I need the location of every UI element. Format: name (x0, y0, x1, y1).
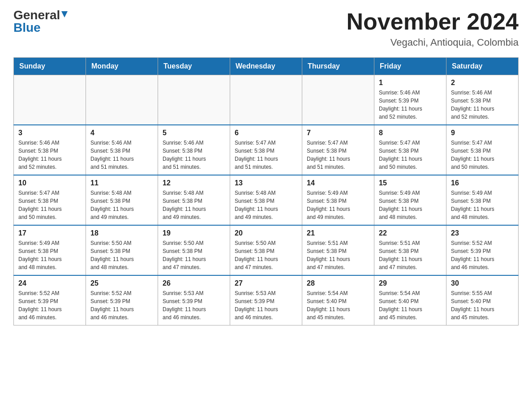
table-row: 23Sunrise: 5:52 AM Sunset: 5:39 PM Dayli… (446, 225, 519, 275)
day-info: Sunrise: 5:46 AM Sunset: 5:38 PM Dayligh… (90, 139, 153, 171)
table-row: 10Sunrise: 5:47 AM Sunset: 5:38 PM Dayli… (14, 175, 86, 225)
day-info: Sunrise: 5:55 AM Sunset: 5:40 PM Dayligh… (451, 289, 514, 321)
day-number: 16 (451, 179, 514, 187)
logo-general-text: General (13, 9, 60, 21)
calendar-week-row: 10Sunrise: 5:47 AM Sunset: 5:38 PM Dayli… (14, 175, 519, 225)
calendar-week-row: 17Sunrise: 5:49 AM Sunset: 5:38 PM Dayli… (14, 225, 519, 275)
day-info: Sunrise: 5:52 AM Sunset: 5:39 PM Dayligh… (90, 289, 153, 321)
day-number: 14 (307, 179, 369, 187)
table-row: 13Sunrise: 5:48 AM Sunset: 5:38 PM Dayli… (230, 175, 302, 225)
day-info: Sunrise: 5:54 AM Sunset: 5:40 PM Dayligh… (307, 289, 369, 321)
day-info: Sunrise: 5:48 AM Sunset: 5:38 PM Dayligh… (90, 189, 153, 221)
table-row: 30Sunrise: 5:55 AM Sunset: 5:40 PM Dayli… (446, 275, 519, 325)
calendar-title: November 2024 (347, 9, 519, 34)
table-row: 25Sunrise: 5:52 AM Sunset: 5:39 PM Dayli… (86, 275, 158, 325)
day-number: 15 (379, 179, 442, 187)
day-number: 3 (18, 129, 81, 137)
table-row: 24Sunrise: 5:52 AM Sunset: 5:39 PM Dayli… (14, 275, 86, 325)
logo-triangle-icon (60, 10, 69, 18)
day-info: Sunrise: 5:46 AM Sunset: 5:38 PM Dayligh… (451, 89, 514, 121)
table-row: 5Sunrise: 5:46 AM Sunset: 5:38 PM Daylig… (158, 125, 230, 175)
day-info: Sunrise: 5:50 AM Sunset: 5:38 PM Dayligh… (90, 239, 153, 271)
day-number: 17 (18, 229, 81, 237)
header-saturday: Saturday (446, 58, 519, 75)
day-number: 5 (163, 129, 225, 137)
calendar-week-row: 1Sunrise: 5:46 AM Sunset: 5:39 PM Daylig… (14, 75, 519, 125)
table-row: 11Sunrise: 5:48 AM Sunset: 5:38 PM Dayli… (86, 175, 158, 225)
table-row (158, 75, 230, 125)
day-number: 28 (307, 279, 369, 287)
day-number: 9 (451, 129, 514, 137)
table-row (14, 75, 86, 125)
header-friday: Friday (374, 58, 446, 75)
day-number: 2 (451, 79, 514, 87)
day-info: Sunrise: 5:48 AM Sunset: 5:38 PM Dayligh… (235, 189, 297, 221)
calendar-table: Sunday Monday Tuesday Wednesday Thursday… (13, 57, 519, 325)
calendar-week-row: 24Sunrise: 5:52 AM Sunset: 5:39 PM Dayli… (14, 275, 519, 325)
day-info: Sunrise: 5:52 AM Sunset: 5:39 PM Dayligh… (18, 289, 81, 321)
day-info: Sunrise: 5:51 AM Sunset: 5:38 PM Dayligh… (307, 239, 369, 271)
day-info: Sunrise: 5:47 AM Sunset: 5:38 PM Dayligh… (451, 139, 514, 171)
table-row: 29Sunrise: 5:54 AM Sunset: 5:40 PM Dayli… (374, 275, 446, 325)
table-row: 17Sunrise: 5:49 AM Sunset: 5:38 PM Dayli… (14, 225, 86, 275)
day-info: Sunrise: 5:46 AM Sunset: 5:38 PM Dayligh… (163, 139, 225, 171)
day-info: Sunrise: 5:54 AM Sunset: 5:40 PM Dayligh… (379, 289, 442, 321)
weekday-header-row: Sunday Monday Tuesday Wednesday Thursday… (14, 58, 519, 75)
header-sunday: Sunday (14, 58, 86, 75)
table-row: 6Sunrise: 5:47 AM Sunset: 5:38 PM Daylig… (230, 125, 302, 175)
day-info: Sunrise: 5:48 AM Sunset: 5:38 PM Dayligh… (163, 189, 225, 221)
day-number: 18 (90, 229, 153, 237)
day-info: Sunrise: 5:47 AM Sunset: 5:38 PM Dayligh… (307, 139, 369, 171)
day-number: 29 (379, 279, 442, 287)
table-row: 14Sunrise: 5:49 AM Sunset: 5:38 PM Dayli… (302, 175, 374, 225)
day-number: 4 (90, 129, 153, 137)
table-row: 7Sunrise: 5:47 AM Sunset: 5:38 PM Daylig… (302, 125, 374, 175)
title-section: November 2024 Vegachi, Antioquia, Colomb… (347, 9, 519, 48)
table-row: 9Sunrise: 5:47 AM Sunset: 5:38 PM Daylig… (446, 125, 519, 175)
logo-blue-text: Blue (13, 21, 41, 35)
day-number: 11 (90, 179, 153, 187)
day-info: Sunrise: 5:53 AM Sunset: 5:39 PM Dayligh… (235, 289, 297, 321)
table-row (230, 75, 302, 125)
day-info: Sunrise: 5:50 AM Sunset: 5:38 PM Dayligh… (163, 239, 225, 271)
table-row: 18Sunrise: 5:50 AM Sunset: 5:38 PM Dayli… (86, 225, 158, 275)
day-number: 26 (163, 279, 225, 287)
day-info: Sunrise: 5:50 AM Sunset: 5:38 PM Dayligh… (235, 239, 297, 271)
day-number: 20 (235, 229, 297, 237)
day-number: 8 (379, 129, 442, 137)
table-row: 21Sunrise: 5:51 AM Sunset: 5:38 PM Dayli… (302, 225, 374, 275)
header-wednesday: Wednesday (230, 58, 302, 75)
day-info: Sunrise: 5:46 AM Sunset: 5:38 PM Dayligh… (18, 139, 81, 171)
day-number: 13 (235, 179, 297, 187)
day-info: Sunrise: 5:52 AM Sunset: 5:39 PM Dayligh… (451, 239, 514, 271)
table-row: 27Sunrise: 5:53 AM Sunset: 5:39 PM Dayli… (230, 275, 302, 325)
header-thursday: Thursday (302, 58, 374, 75)
day-info: Sunrise: 5:49 AM Sunset: 5:38 PM Dayligh… (307, 189, 369, 221)
day-info: Sunrise: 5:49 AM Sunset: 5:38 PM Dayligh… (379, 189, 442, 221)
table-row: 20Sunrise: 5:50 AM Sunset: 5:38 PM Dayli… (230, 225, 302, 275)
table-row: 1Sunrise: 5:46 AM Sunset: 5:39 PM Daylig… (374, 75, 446, 125)
svg-marker-0 (61, 11, 68, 17)
day-number: 19 (163, 229, 225, 237)
table-row: 8Sunrise: 5:47 AM Sunset: 5:38 PM Daylig… (374, 125, 446, 175)
header-monday: Monday (86, 58, 158, 75)
day-info: Sunrise: 5:51 AM Sunset: 5:38 PM Dayligh… (379, 239, 442, 271)
day-number: 21 (307, 229, 369, 237)
table-row: 4Sunrise: 5:46 AM Sunset: 5:38 PM Daylig… (86, 125, 158, 175)
day-number: 30 (451, 279, 514, 287)
day-info: Sunrise: 5:47 AM Sunset: 5:38 PM Dayligh… (18, 189, 81, 221)
table-row: 19Sunrise: 5:50 AM Sunset: 5:38 PM Dayli… (158, 225, 230, 275)
table-row: 2Sunrise: 5:46 AM Sunset: 5:38 PM Daylig… (446, 75, 519, 125)
day-number: 23 (451, 229, 514, 237)
day-number: 7 (307, 129, 369, 137)
day-number: 6 (235, 129, 297, 137)
day-info: Sunrise: 5:46 AM Sunset: 5:39 PM Dayligh… (379, 89, 442, 121)
page-header: General Blue November 2024 Vegachi, Anti… (13, 9, 519, 48)
header-tuesday: Tuesday (158, 58, 230, 75)
day-number: 27 (235, 279, 297, 287)
logo: General Blue (13, 9, 69, 35)
day-info: Sunrise: 5:53 AM Sunset: 5:39 PM Dayligh… (163, 289, 225, 321)
calendar-subtitle: Vegachi, Antioquia, Colombia (347, 37, 519, 48)
day-number: 25 (90, 279, 153, 287)
table-row: 12Sunrise: 5:48 AM Sunset: 5:38 PM Dayli… (158, 175, 230, 225)
